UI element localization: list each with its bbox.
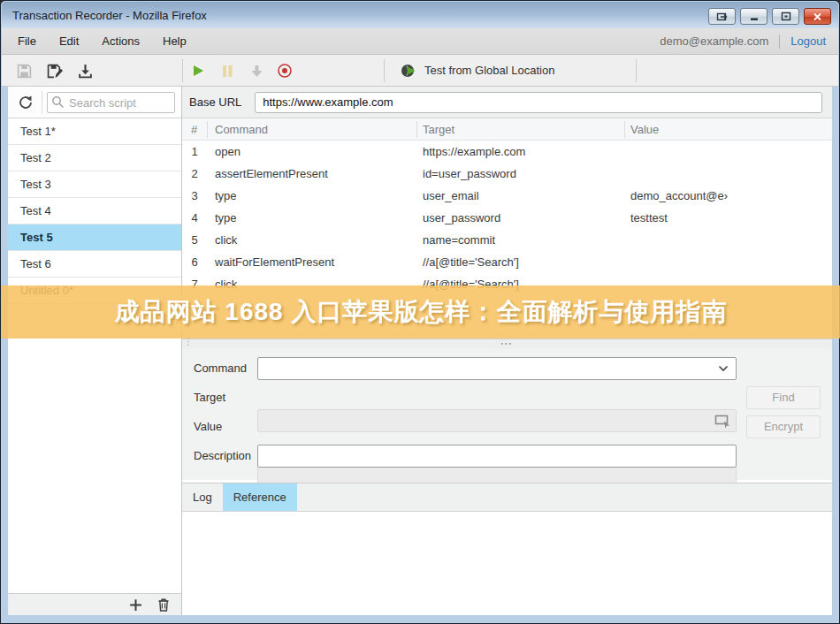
splitter-handle[interactable]: ⋯⋮ — [182, 339, 832, 349]
menu-items: File Edit Actions Help — [18, 34, 187, 48]
search-divider — [42, 91, 42, 114]
column-header-value[interactable]: Value — [630, 118, 659, 141]
maximize-button[interactable] — [772, 8, 799, 25]
description-field — [257, 445, 737, 468]
find-button[interactable]: Find — [746, 386, 821, 409]
command-label: Command — [194, 357, 247, 380]
account-email: demo@example.com — [660, 34, 768, 48]
step-button[interactable] — [248, 62, 265, 80]
trash-icon — [157, 597, 171, 613]
window-controls — [708, 8, 831, 25]
popout-button[interactable] — [708, 8, 736, 25]
script-item-selected[interactable]: Test 5 — [8, 224, 181, 251]
column-divider — [624, 121, 625, 138]
script-item[interactable]: Test 4 — [8, 198, 181, 224]
tab-log[interactable]: Log — [182, 483, 223, 511]
menu-edit[interactable]: Edit — [59, 34, 79, 48]
row-value: demo_account@e› — [630, 185, 728, 207]
table-row[interactable]: 4 type user_password testtest — [182, 207, 832, 229]
toolbar-divider — [384, 59, 385, 82]
base-url-input[interactable] — [255, 92, 822, 113]
menu-bar: File Edit Actions Help demo@example.com … — [2, 28, 838, 55]
minimize-icon — [749, 12, 760, 21]
commands-table-header: # Command Target Value — [182, 118, 832, 141]
menu-actions[interactable]: Actions — [102, 34, 140, 48]
column-header-command[interactable]: Command — [215, 118, 268, 141]
row-num: 5 — [182, 229, 207, 251]
minimize-button[interactable] — [740, 8, 767, 25]
base-url-bar: Base URL — [182, 87, 832, 118]
row-num: 6 — [182, 251, 207, 273]
row-target: //a[@title='Search'] — [423, 251, 519, 273]
base-url-label: Base URL — [189, 95, 241, 109]
column-divider — [416, 121, 417, 138]
menu-file[interactable]: File — [18, 34, 36, 48]
logout-link[interactable]: Logout — [790, 34, 826, 48]
search-box — [47, 92, 175, 113]
save-icon — [17, 64, 32, 79]
encrypt-button[interactable]: Encrypt — [746, 415, 821, 438]
row-target: user_email — [423, 185, 479, 207]
overlay-banner: 成品网站 1688 入口苹果版怎样：全面解析与使用指南 — [1, 285, 840, 339]
command-select[interactable] — [257, 357, 737, 380]
add-icon — [128, 597, 143, 613]
save-as-button[interactable] — [46, 62, 64, 80]
row-target: id=user_password — [423, 163, 516, 185]
script-item[interactable]: Test 3 — [8, 171, 181, 198]
search-icon — [51, 95, 65, 109]
table-row[interactable]: 2 assertElementPresent id=user_password — [182, 163, 832, 185]
maximize-icon — [781, 11, 791, 21]
main-content: Base URL # Command Target Value 1 open h… — [182, 87, 832, 615]
script-item[interactable]: Test 6 — [8, 251, 181, 278]
bottom-tab-bar: Log Reference — [182, 483, 832, 512]
pause-icon — [221, 65, 233, 78]
record-button[interactable] — [276, 62, 294, 80]
table-row[interactable]: 6 waitForElementPresent //a[@title='Sear… — [182, 251, 832, 273]
close-button[interactable] — [804, 8, 831, 25]
step-icon — [250, 65, 263, 78]
save-button[interactable] — [15, 62, 33, 80]
target-input[interactable] — [257, 409, 737, 432]
description-input[interactable] — [258, 445, 736, 467]
table-row[interactable]: 3 type user_email demo_account@e› — [182, 185, 832, 207]
toolbar-divider — [182, 59, 183, 82]
popout-icon — [716, 11, 729, 22]
pause-button[interactable] — [218, 62, 236, 80]
import-button[interactable] — [76, 62, 94, 80]
row-command: open — [215, 141, 442, 163]
close-icon — [813, 12, 822, 21]
search-input[interactable] — [47, 92, 175, 113]
table-row[interactable]: 1 open https://example.com — [182, 141, 832, 163]
app-window: Transaction Recorder - Mozilla Firefox — [0, 0, 840, 624]
toolbar-divider — [636, 59, 637, 82]
target-label: Target — [194, 386, 225, 409]
tab-reference[interactable]: Reference — [223, 483, 297, 511]
column-header-target[interactable]: Target — [423, 118, 454, 141]
add-script-button[interactable] — [128, 597, 143, 613]
table-row[interactable]: 5 click name=commit — [182, 229, 832, 251]
record-icon — [277, 63, 293, 79]
script-list: Test 1* Test 2 Test 3 Test 4 Test 5 Test… — [8, 118, 181, 593]
row-num: 1 — [182, 141, 207, 163]
script-item[interactable]: Test 2 — [8, 145, 181, 171]
delete-script-button[interactable] — [156, 597, 171, 613]
column-header-num[interactable]: # — [191, 118, 197, 141]
select-element-button[interactable] — [713, 413, 732, 430]
save-as-icon — [47, 64, 63, 79]
description-label: Description — [194, 445, 251, 468]
run-global-label[interactable]: Test from Global Location — [424, 55, 554, 87]
window-title: Transaction Recorder - Mozilla Firefox — [12, 9, 207, 22]
menu-divider — [779, 34, 780, 49]
refresh-button[interactable] — [16, 94, 35, 111]
row-target: https://example.com — [423, 141, 525, 163]
run-global-button[interactable] — [400, 62, 417, 80]
command-editor: Command Target Find Value Encrypt Descri… — [182, 349, 832, 480]
banner-text: 成品网站 1688 入口苹果版怎样：全面解析与使用指南 — [115, 295, 728, 329]
row-num: 4 — [182, 207, 207, 229]
search-row — [8, 87, 181, 118]
menu-help[interactable]: Help — [163, 34, 187, 48]
script-item[interactable]: Test 1* — [8, 118, 181, 145]
row-command: assertElementPresent — [215, 163, 442, 185]
commands-table: 1 open https://example.com 2 assertEleme… — [182, 141, 832, 295]
play-button[interactable] — [189, 62, 207, 80]
